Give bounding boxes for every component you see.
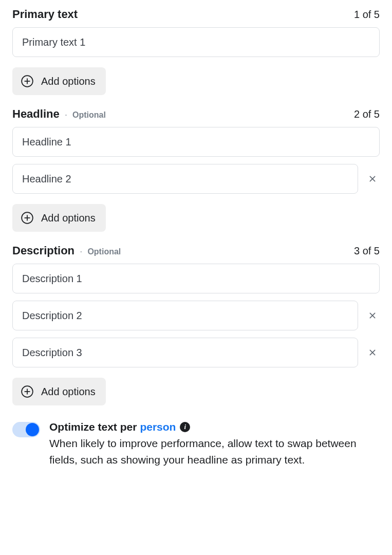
optimize-toggle[interactable]	[12, 422, 40, 437]
optional-label: Optional	[87, 247, 121, 256]
separator-dot: ·	[80, 247, 82, 256]
headline-section: Headline · Optional 2 of 5 Add options	[12, 107, 380, 232]
input-row	[12, 301, 380, 330]
section-header: Headline · Optional 2 of 5	[12, 107, 380, 121]
input-row	[12, 164, 380, 194]
section-header: Description · Optional 3 of 5	[12, 244, 380, 257]
section-header: Primary text 1 of 5	[12, 8, 380, 21]
description-section: Description · Optional 3 of 5 Add option…	[12, 244, 380, 405]
optimize-title: Optimize text per person i	[49, 421, 380, 433]
optimize-text-row: Optimize text per person i When likely t…	[12, 421, 380, 468]
optimize-text-block: Optimize text per person i When likely t…	[49, 421, 380, 468]
optimize-person-link[interactable]: person	[140, 421, 176, 433]
add-options-button[interactable]: Add options	[12, 204, 106, 232]
close-icon	[368, 310, 377, 321]
input-row	[12, 264, 380, 293]
description-input-2[interactable]	[12, 301, 358, 330]
info-icon[interactable]: i	[180, 422, 190, 432]
plus-circle-icon	[21, 211, 34, 225]
optimize-description: When likely to improve performance, allo…	[49, 435, 380, 468]
description-input-3[interactable]	[12, 338, 358, 367]
section-title: Primary text	[12, 8, 78, 21]
description-input-1[interactable]	[12, 264, 380, 293]
close-icon	[368, 347, 377, 358]
counter: 2 of 5	[354, 108, 380, 120]
close-icon	[368, 173, 377, 184]
add-options-button[interactable]: Add options	[12, 67, 106, 95]
add-options-label: Add options	[41, 212, 96, 224]
input-row	[12, 338, 380, 367]
add-options-label: Add options	[41, 76, 96, 87]
input-row	[12, 127, 380, 157]
input-row	[12, 27, 380, 57]
counter: 3 of 5	[354, 245, 380, 257]
plus-circle-icon	[21, 75, 34, 88]
remove-button[interactable]	[365, 345, 380, 360]
plus-circle-icon	[21, 385, 34, 398]
headline-input-1[interactable]	[12, 127, 380, 157]
remove-button[interactable]	[365, 308, 380, 323]
section-title: Headline	[12, 107, 60, 120]
headline-input-2[interactable]	[12, 164, 358, 194]
section-title: Description	[12, 244, 74, 257]
add-options-button[interactable]: Add options	[12, 378, 106, 405]
toggle-knob	[26, 423, 39, 436]
counter: 1 of 5	[354, 9, 380, 21]
separator-dot: ·	[65, 110, 67, 119]
primary-text-input-1[interactable]	[12, 27, 380, 57]
remove-button[interactable]	[365, 172, 380, 186]
optional-label: Optional	[72, 110, 106, 119]
optimize-title-prefix: Optimize text per	[49, 421, 137, 433]
primary-text-section: Primary text 1 of 5 Add options	[12, 8, 380, 95]
add-options-label: Add options	[41, 386, 96, 398]
